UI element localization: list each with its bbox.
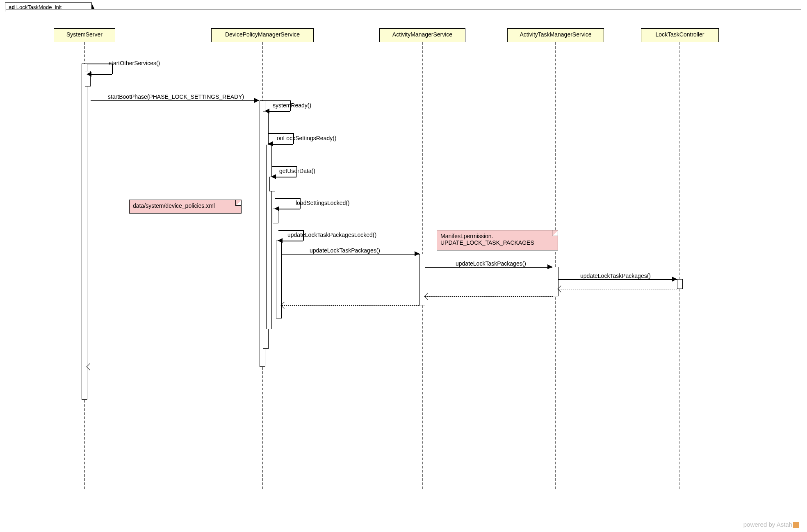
activation-l1-main bbox=[82, 64, 87, 400]
label-loadsettingslocked: loadSettingsLocked() bbox=[296, 200, 350, 206]
watermark: powered by Astah bbox=[743, 521, 799, 528]
note-manifest-permission: Manifest.permission. UPDATE_LOCK_TASK_PA… bbox=[437, 230, 558, 250]
label-updatelocktaskpackages-ams: updateLockTaskPackages() bbox=[310, 247, 380, 254]
lifeline-devicepolicymanagerservice: DevicePolicyManagerService bbox=[211, 28, 314, 42]
arrow-icon bbox=[547, 264, 552, 269]
label-getuserdata: getUserData() bbox=[279, 168, 315, 174]
label-startbootphase: startBootPhase(PHASE_LOCK_SETTINGS_READY… bbox=[108, 93, 244, 100]
label-updatelocktaskpackageslocked: updateLockTaskPackagesLocked() bbox=[287, 232, 376, 238]
activation-l2-ultpl bbox=[276, 241, 282, 318]
arrow-icon bbox=[254, 98, 259, 103]
label-onlocksettingsready: onLockSettingsReady() bbox=[277, 135, 337, 141]
lifeline-dash-l5 bbox=[679, 42, 680, 489]
lifeline-locktaskcontroller: LockTaskController bbox=[641, 28, 719, 42]
astah-icon bbox=[793, 522, 799, 528]
open-arrow-icon bbox=[424, 293, 431, 300]
note-device-policies-xml: data/system/device_policies.xml bbox=[129, 200, 242, 214]
diagram-frame: SystemServer DevicePolicyManagerService … bbox=[6, 9, 801, 517]
message-updatelocktaskpackages-ltc bbox=[559, 279, 677, 280]
open-arrow-icon bbox=[558, 286, 565, 293]
arrow-icon bbox=[672, 277, 677, 282]
open-arrow-icon bbox=[87, 364, 93, 371]
diagram-canvas: sd LockTaskMode_init SystemServer Device… bbox=[0, 0, 807, 532]
lifeline-dash-l4 bbox=[555, 42, 556, 489]
message-updatelocktaskpackages-atms bbox=[425, 267, 552, 268]
return-dpms-ss bbox=[87, 367, 260, 367]
label-systemready: systemReady() bbox=[273, 102, 311, 109]
lifeline-systemserver: SystemServer bbox=[54, 28, 115, 42]
return-ams-dpms bbox=[282, 305, 419, 306]
return-ltc-atms bbox=[559, 289, 677, 289]
open-arrow-icon bbox=[281, 302, 288, 309]
activation-l5 bbox=[677, 279, 683, 289]
activation-l4 bbox=[553, 267, 559, 296]
activation-l3 bbox=[419, 254, 425, 305]
arrow-icon bbox=[415, 251, 419, 256]
lifeline-activitymanagerservice: ActivityManagerService bbox=[379, 28, 465, 42]
activation-l2-olsr bbox=[266, 145, 272, 329]
return-atms-ams bbox=[425, 296, 553, 297]
label-updatelocktaskpackages-atms: updateLockTaskPackages() bbox=[456, 260, 526, 267]
message-updatelocktaskpackages-ams bbox=[282, 254, 419, 255]
lifeline-activitytaskmanagerservice: ActivityTaskManagerService bbox=[507, 28, 604, 42]
label-updatelocktaskpackages-ltc: updateLockTaskPackages() bbox=[580, 273, 651, 279]
message-startbootphase bbox=[91, 100, 259, 101]
label-startotherservices: startOtherServices() bbox=[109, 60, 160, 66]
